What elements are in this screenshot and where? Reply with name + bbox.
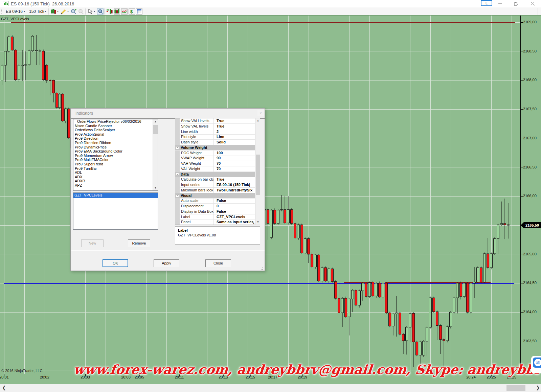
property-row[interactable]: LabelGZT_VPCLevels [175,214,255,220]
properties-scrollbar[interactable]: ▲ ▼ [255,118,260,225]
indicators-dialog[interactable]: Indicators x OrderFlows PriceRejector v0… [70,108,265,271]
indicator-list-item[interactable]: ADXR [73,179,158,183]
scrollbar-thumb[interactable] [506,385,525,391]
indicator-list-item[interactable]: OrderFlows PriceRejector v06/03/2016 [73,119,158,124]
property-section-row[interactable]: −Visual [175,193,255,199]
cursor-caret-icon[interactable]: ▾ [94,10,95,13]
indicator-list-item[interactable]: Orderflows DeltaScalper [73,128,158,132]
indicator-list-item[interactable]: APZ [73,183,158,188]
chart-trader-icon[interactable] [106,8,113,15]
scroll-down-icon[interactable]: ▼ [153,186,158,190]
indicator-list-item[interactable]: ADL [73,170,158,175]
property-value[interactable]: True [215,124,255,129]
property-value[interactable]: 70 [215,161,255,166]
dollar-icon[interactable]: $ [129,8,135,15]
ok-button[interactable]: OK [103,259,128,267]
property-row[interactable]: Display in Data BoxFalse [175,209,255,214]
period-caret-icon[interactable]: ▾ [45,10,46,13]
property-value[interactable]: 90 [215,156,255,161]
zoom-in-icon[interactable] [70,8,77,15]
collapse-icon[interactable]: − [176,146,179,149]
new-button[interactable]: New [81,239,104,247]
resize-grip[interactable] [261,267,264,270]
property-value[interactable]: 70 [215,166,255,172]
property-row[interactable]: Auto scaleFalse [175,198,255,204]
indicator-properties-grid[interactable]: Show VAH levelsTrueShow VAL levelsTrueLi… [175,118,255,225]
selected-indicator-item[interactable]: GZT_VPCLevels [73,193,158,198]
property-value[interactable]: Same as input series [215,220,255,225]
property-row[interactable]: Line width2 [175,129,255,135]
property-row[interactable]: Plot styleLine [175,134,255,140]
property-value[interactable]: False [215,209,255,214]
indicator-list-item[interactable]: Pro9 MultiEMAColor [73,158,158,162]
indicator-list-scrollbar[interactable]: ▲ ▼ [153,119,158,190]
indicator-list-item[interactable]: Pro9 DynamicPrice [73,145,158,149]
property-row[interactable]: VAL Weight70 [175,166,255,172]
minimize-button[interactable] [494,0,506,7]
property-row[interactable]: Input seriesES 09-16 (150 Tick) [175,182,255,188]
draw-pencil-icon[interactable] [61,8,67,15]
scrollbar-thumb[interactable] [256,155,260,195]
indicator-list-item[interactable]: Pro9 ActionSignal [73,132,158,137]
property-value[interactable]: 0 [215,204,255,209]
candlestick-style-icon[interactable] [50,8,57,15]
scrollbar-thumb[interactable] [153,125,158,134]
dialog-close-action-button[interactable]: Close [205,259,231,267]
property-row[interactable]: Maximum bars look backTwoHundredFiftySix [175,188,255,193]
property-value[interactable]: False [215,198,255,204]
market-depth-icon[interactable] [114,8,120,15]
property-row[interactable]: VWAP Weight90 [175,156,255,161]
property-row[interactable]: Show VAL levelsTrue [175,124,255,129]
language-button[interactable]: L [481,0,492,6]
available-indicators-list[interactable]: OrderFlows PriceRejector v06/03/2016Niso… [73,119,158,191]
scroll-down-icon[interactable]: ▼ [255,220,261,225]
property-row[interactable]: Displacement0 [175,204,255,209]
scroll-right-icon[interactable]: ❯ [536,385,540,390]
apply-button[interactable]: Apply [154,259,179,267]
instrument-caret-icon[interactable]: ▾ [24,10,25,13]
property-section-row[interactable]: −Data [175,172,255,177]
scroll-left-icon[interactable]: ❮ [2,385,6,390]
property-row[interactable]: Dash styleSolid [175,140,255,145]
indicator-list-item[interactable]: Pro9 Direction Ribbon [73,141,158,145]
data-grid-icon[interactable] [136,8,142,15]
property-section-row[interactable]: −Volume Weight [175,145,255,151]
toolbar-overflow[interactable] [538,8,541,15]
property-row[interactable]: POC Weight100 [175,151,255,156]
draw-caret-icon[interactable]: ▾ [67,10,69,13]
property-row[interactable]: Show VAH levelsTrue [175,118,255,124]
window-titlebar[interactable]: ES 09-16 (150 Tick) 26.08.2016 L [0,0,541,7]
property-value[interactable]: ES 09-16 (150 Tick) [215,182,255,188]
indicator-list-item[interactable]: Pro9 Momentum Arrow [73,154,158,158]
property-value[interactable]: 100 [215,151,255,156]
property-row[interactable]: VAH Weight70 [175,161,255,166]
horizontal-scrollbar[interactable]: ❮ ❯ [0,384,541,392]
data-box-icon[interactable] [97,8,104,15]
indicator-list-item[interactable]: Pro9 Direction [73,136,158,141]
indicator-list-item[interactable]: Pro9 SuperTrend [73,162,158,166]
restore-button[interactable] [511,0,522,7]
property-value[interactable]: 2 [215,129,255,135]
property-row[interactable]: PanelSame as input series▾ [175,220,255,225]
property-value[interactable]: TwoHundredFiftySix [215,188,255,193]
collapse-icon[interactable]: − [176,194,179,197]
selected-indicators-list[interactable]: GZT_VPCLevels [73,192,158,230]
period-selector[interactable]: 150 Tick [29,9,44,14]
mini-chart-icon[interactable] [121,8,128,15]
toolbar-grip[interactable] [1,9,2,14]
collapse-icon[interactable]: − [176,173,179,176]
cursor-icon[interactable] [87,8,94,15]
property-value[interactable]: Line [215,134,255,140]
indicator-list-item[interactable]: Nison Candle Scanner [73,124,158,128]
property-value[interactable]: GZT_VPCLevels [215,214,255,220]
remove-button[interactable]: Remove [128,239,150,247]
indicator-list-item[interactable]: Pro9 EMA Background Color [73,149,158,154]
dialog-close-button[interactable]: x [257,110,264,116]
indicator-list-item[interactable]: ADX [73,175,158,179]
style-caret-icon[interactable]: ▾ [57,10,59,13]
property-value[interactable]: True [215,177,255,182]
zoom-out-icon[interactable] [78,8,84,15]
dropdown-caret-icon[interactable]: ▾ [253,221,254,225]
scroll-up-icon[interactable]: ▲ [255,118,261,123]
property-value[interactable]: Solid [215,140,255,145]
